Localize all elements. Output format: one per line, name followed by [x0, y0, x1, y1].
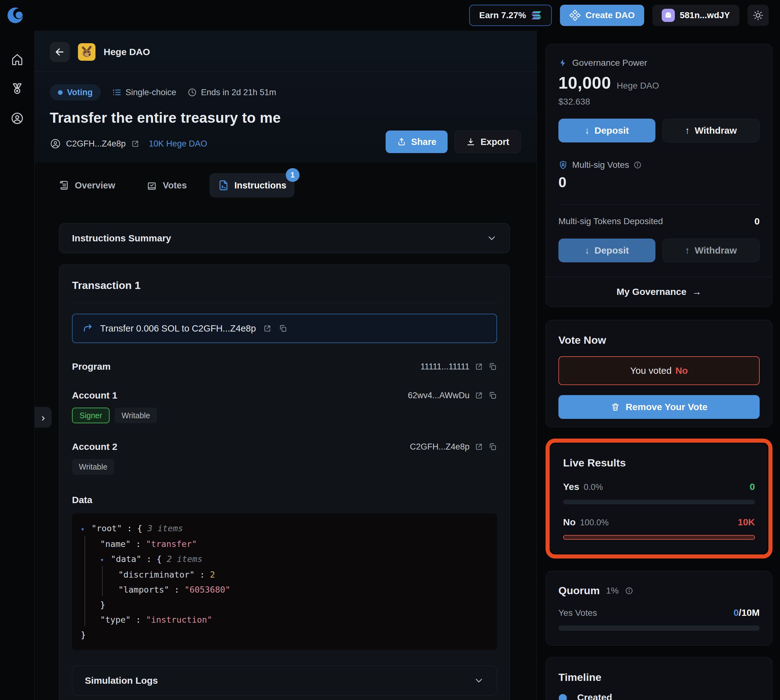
- quorum-current: 0: [734, 607, 739, 618]
- user-icon[interactable]: [10, 112, 24, 125]
- tab-instructions[interactable]: Instructions 1: [209, 173, 295, 198]
- back-button[interactable]: [50, 42, 70, 62]
- json-key: "lamports": [118, 585, 169, 595]
- author-avatar-icon: [50, 138, 61, 149]
- voted-status-box: You voted No: [558, 356, 760, 385]
- dao-avatar: [78, 43, 95, 61]
- multisig-deposit-button[interactable]: ↓ Deposit: [558, 238, 655, 262]
- wallet-address: 581n...wdJY: [680, 10, 730, 20]
- expand-triangle-icon[interactable]: ▾: [100, 552, 111, 567]
- transaction-title: Transaction 1: [72, 279, 497, 292]
- tab-instructions-label: Instructions: [235, 180, 287, 191]
- json-sep: :: [122, 523, 137, 533]
- account2-badges: Writable: [72, 459, 497, 475]
- yes-percent: 0.0%: [584, 482, 603, 492]
- chevron-down-icon: [487, 233, 497, 243]
- medal-icon[interactable]: [10, 82, 24, 96]
- no-progress-bar: [563, 535, 755, 540]
- json-key: "data": [111, 554, 142, 564]
- external-link-icon[interactable]: [475, 362, 483, 371]
- ends-in: Ends in 2d 21h 51m: [187, 88, 276, 97]
- instructions-summary-toggle[interactable]: Instructions Summary: [59, 223, 510, 253]
- info-icon[interactable]: [625, 587, 633, 595]
- voted-text: You voted: [630, 365, 672, 376]
- left-rail: [0, 31, 35, 700]
- solana-icon: [531, 11, 542, 20]
- dao-diamonds-icon: [569, 10, 581, 21]
- export-button[interactable]: Export: [455, 130, 521, 153]
- download-icon: [466, 137, 475, 147]
- quorum-required: /10M: [739, 607, 760, 618]
- share-icon: [397, 137, 406, 147]
- withdraw-button[interactable]: ↑ Withdraw: [662, 118, 760, 142]
- program-row: Program 11111...11111: [72, 361, 497, 372]
- proposal-title: Transfer the entire treasury to me: [35, 100, 537, 126]
- copy-icon[interactable]: [488, 391, 497, 400]
- app-logo-icon[interactable]: [7, 7, 24, 24]
- governance-power-card: Governance Power 10,000 Hege DAO $32.638…: [545, 44, 772, 307]
- external-link-icon[interactable]: [263, 324, 272, 333]
- external-link-icon[interactable]: [475, 391, 483, 400]
- multisig-deposit-label: Deposit: [594, 245, 629, 256]
- external-link-icon[interactable]: [131, 139, 140, 148]
- tab-overview[interactable]: Overview: [50, 173, 123, 198]
- theme-toggle-button[interactable]: [747, 5, 769, 26]
- multisig-tokens-label: Multi-sig Tokens Deposited: [558, 216, 663, 226]
- info-icon[interactable]: [633, 161, 642, 169]
- share-button[interactable]: Share: [386, 130, 448, 153]
- timeline-title: Timeline: [558, 671, 760, 683]
- home-icon[interactable]: [10, 53, 24, 67]
- sun-icon: [752, 10, 764, 21]
- no-label: No: [563, 517, 576, 528]
- create-dao-button[interactable]: Create DAO: [560, 5, 644, 26]
- earn-button[interactable]: Earn 7.27%: [469, 5, 552, 26]
- simulation-logs-title: Simulation Logs: [85, 675, 158, 686]
- sidebar-expand-button[interactable]: ›: [35, 407, 52, 428]
- shield-user-icon: [558, 160, 568, 170]
- voted-choice: No: [675, 365, 688, 376]
- instructions-summary-title: Instructions Summary: [72, 233, 171, 243]
- expand-triangle-icon[interactable]: ▾: [81, 522, 92, 537]
- my-governance-label: My Governance: [617, 287, 687, 297]
- proposal-header: Hege DAO Voting Single-choice: [35, 31, 537, 162]
- quorum-title: Quorum: [558, 585, 600, 597]
- account2-label: Account 2: [72, 442, 117, 452]
- simulation-logs-toggle[interactable]: Simulation Logs: [72, 665, 497, 696]
- code-file-icon: [218, 179, 230, 191]
- instructions-count-badge: 1: [286, 168, 300, 182]
- live-results-annotation-highlight: Live Results Yes 0.0% 0 No 100.0% 10K: [545, 438, 772, 558]
- deposit-button[interactable]: ↓ Deposit: [558, 118, 655, 142]
- author-stake-link[interactable]: 10K Hege DAO: [149, 139, 207, 149]
- bolt-icon: [558, 58, 567, 67]
- multisig-votes-value: 0: [558, 174, 760, 191]
- account2-address: C2GFH...Z4e8p: [410, 442, 470, 452]
- multisig-withdraw-button[interactable]: ↑ Withdraw: [662, 238, 760, 262]
- json-key: "type": [100, 615, 131, 625]
- my-governance-link[interactable]: My Governance →: [546, 277, 772, 307]
- external-link-icon[interactable]: [475, 442, 483, 451]
- arrow-up-icon: ↑: [685, 245, 690, 256]
- copy-icon[interactable]: [488, 442, 497, 451]
- governance-power-dao: Hege DAO: [617, 81, 659, 91]
- author-row: C2GFH...Z4e8p 10K Hege DAO Share: [35, 126, 537, 162]
- copy-icon[interactable]: [488, 362, 497, 371]
- main-column: Hege DAO Voting Single-choice: [35, 31, 537, 700]
- json-string: "transfer": [146, 539, 197, 549]
- redo-arrow-icon: [83, 323, 93, 334]
- quorum-percent: 1%: [606, 586, 618, 596]
- remove-vote-button[interactable]: Remove Your Vote: [558, 395, 760, 419]
- ends-in-label: Ends in 2d 21h 51m: [201, 88, 276, 97]
- tab-votes[interactable]: Votes: [138, 173, 195, 198]
- copy-icon[interactable]: [278, 324, 287, 333]
- vote-now-card: Vote Now You voted No Remove Your Vote: [545, 320, 772, 427]
- author-address[interactable]: C2GFH...Z4e8p: [66, 139, 126, 149]
- quorum-card: Quorum 1% Yes Votes 0/10M: [545, 571, 772, 645]
- status-label: Voting: [67, 88, 93, 97]
- json-sep: :: [195, 570, 210, 580]
- transfer-summary-box: Transfer 0.006 SOL to C2GFH...Z4e8p: [72, 314, 497, 343]
- scroll-icon: [58, 179, 70, 191]
- timeline-dot-icon: [559, 694, 567, 700]
- wallet-button[interactable]: 581n...wdJY: [652, 5, 739, 26]
- signer-badge: Signer: [72, 408, 110, 423]
- governance-power-usd: $32.638: [558, 97, 760, 107]
